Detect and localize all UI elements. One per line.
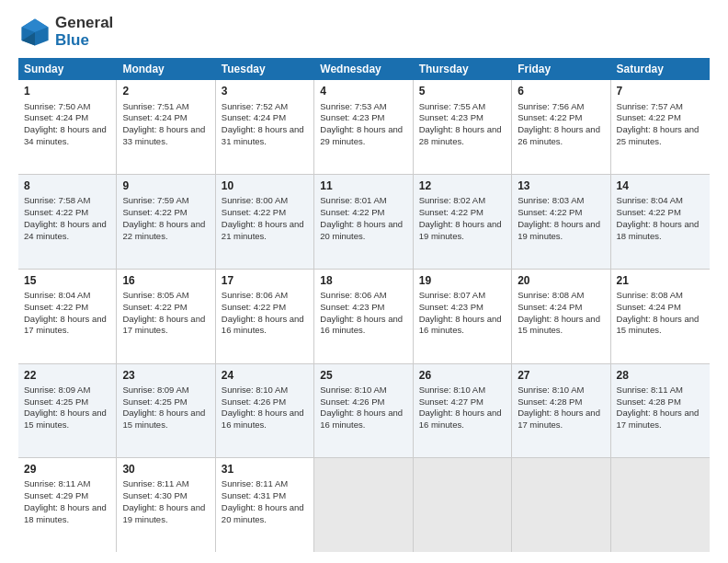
daylight-text: Daylight: 8 hours and 18 minutes.: [24, 502, 107, 524]
day-cell-25: 25Sunrise: 8:10 AMSunset: 4:26 PMDayligh…: [314, 364, 413, 458]
sunrise-text: Sunrise: 8:09 AM: [122, 385, 188, 395]
day-cell-20: 20Sunrise: 8:08 AMSunset: 4:24 PMDayligh…: [512, 270, 610, 363]
sunset-text: Sunset: 4:22 PM: [24, 207, 88, 217]
sunrise-text: Sunrise: 8:05 AM: [122, 290, 188, 300]
day-cell-21: 21Sunrise: 8:08 AMSunset: 4:24 PMDayligh…: [611, 270, 710, 363]
day-cell-19: 19Sunrise: 8:07 AMSunset: 4:23 PMDayligh…: [414, 270, 512, 363]
day-number: 28: [617, 368, 704, 383]
day-cell-6: 6Sunrise: 7:56 AMSunset: 4:22 PMDaylight…: [512, 80, 610, 174]
empty-cell-w4c4: [414, 458, 512, 552]
day-cell-27: 27Sunrise: 8:10 AMSunset: 4:28 PMDayligh…: [512, 364, 610, 458]
sunrise-text: Sunrise: 8:04 AM: [24, 290, 90, 300]
sunset-text: Sunset: 4:28 PM: [518, 396, 582, 407]
sunrise-text: Sunrise: 8:10 AM: [419, 385, 485, 395]
day-cell-30: 30Sunrise: 8:11 AMSunset: 4:30 PMDayligh…: [117, 458, 215, 552]
sunrise-text: Sunrise: 8:00 AM: [222, 195, 288, 205]
day-number: 12: [419, 178, 506, 193]
day-cell-15: 15Sunrise: 8:04 AMSunset: 4:22 PMDayligh…: [18, 270, 117, 363]
daylight-text: Daylight: 8 hours and 26 minutes.: [518, 124, 600, 146]
sunrise-text: Sunrise: 7:57 AM: [617, 101, 683, 111]
daylight-text: Daylight: 8 hours and 34 minutes.: [24, 124, 107, 146]
daylight-text: Daylight: 8 hours and 24 minutes.: [24, 219, 107, 241]
sunset-text: Sunset: 4:24 PM: [122, 112, 187, 122]
day-of-week-monday: Monday: [117, 58, 215, 80]
daylight-text: Daylight: 8 hours and 17 minutes.: [122, 314, 205, 336]
day-number: 6: [518, 84, 604, 98]
day-cell-3: 3Sunrise: 7:52 AMSunset: 4:24 PMDaylight…: [216, 80, 314, 174]
day-number: 21: [617, 273, 704, 288]
sunrise-text: Sunrise: 8:06 AM: [222, 290, 288, 300]
sunrise-text: Sunrise: 8:03 AM: [518, 195, 584, 205]
daylight-text: Daylight: 8 hours and 19 minutes.: [518, 219, 600, 241]
sunrise-text: Sunrise: 8:09 AM: [24, 385, 90, 395]
day-cell-5: 5Sunrise: 7:55 AMSunset: 4:23 PMDaylight…: [414, 80, 512, 174]
sunset-text: Sunset: 4:24 PM: [24, 112, 88, 122]
day-number: 14: [617, 178, 704, 193]
daylight-text: Daylight: 8 hours and 20 minutes.: [320, 219, 403, 241]
day-number: 16: [122, 273, 209, 288]
sunset-text: Sunset: 4:22 PM: [122, 302, 187, 312]
day-number: 15: [24, 273, 110, 288]
sunset-text: Sunset: 4:22 PM: [518, 112, 582, 122]
day-cell-4: 4Sunrise: 7:53 AMSunset: 4:23 PMDaylight…: [314, 80, 413, 174]
sunrise-text: Sunrise: 7:55 AM: [419, 101, 485, 111]
sunrise-text: Sunrise: 7:59 AM: [122, 195, 188, 205]
day-of-week-friday: Friday: [512, 58, 610, 80]
sunrise-text: Sunrise: 8:04 AM: [617, 195, 683, 205]
day-number: 2: [122, 84, 209, 98]
day-number: 22: [24, 368, 110, 383]
sunset-text: Sunset: 4:25 PM: [122, 396, 187, 407]
day-number: 4: [320, 84, 406, 98]
sunrise-text: Sunrise: 8:08 AM: [617, 290, 683, 300]
daylight-text: Daylight: 8 hours and 33 minutes.: [122, 124, 205, 146]
day-of-week-tuesday: Tuesday: [216, 58, 314, 80]
daylight-text: Daylight: 8 hours and 19 minutes.: [122, 502, 205, 524]
week-row-4: 22Sunrise: 8:09 AMSunset: 4:25 PMDayligh…: [18, 364, 710, 459]
day-cell-14: 14Sunrise: 8:04 AMSunset: 4:22 PMDayligh…: [611, 175, 710, 269]
day-number: 26: [419, 368, 506, 383]
sunset-text: Sunset: 4:29 PM: [24, 490, 88, 500]
day-of-week-saturday: Saturday: [611, 58, 710, 80]
daylight-text: Daylight: 8 hours and 21 minutes.: [222, 219, 304, 241]
day-number: 1: [24, 84, 110, 98]
sunset-text: Sunset: 4:26 PM: [222, 396, 286, 407]
day-cell-13: 13Sunrise: 8:03 AMSunset: 4:22 PMDayligh…: [512, 175, 610, 269]
sunset-text: Sunset: 4:27 PM: [419, 396, 483, 407]
daylight-text: Daylight: 8 hours and 17 minutes.: [518, 408, 600, 430]
daylight-text: Daylight: 8 hours and 31 minutes.: [222, 124, 304, 146]
daylight-text: Daylight: 8 hours and 15 minutes.: [518, 314, 600, 336]
daylight-text: Daylight: 8 hours and 15 minutes.: [617, 314, 700, 336]
day-number: 9: [122, 178, 209, 193]
sunrise-text: Sunrise: 7:53 AM: [320, 101, 386, 111]
daylight-text: Daylight: 8 hours and 15 minutes.: [122, 408, 205, 430]
empty-cell-w4c5: [512, 458, 610, 552]
sunset-text: Sunset: 4:22 PM: [320, 207, 384, 217]
day-cell-2: 2Sunrise: 7:51 AMSunset: 4:24 PMDaylight…: [117, 80, 215, 174]
sunset-text: Sunset: 4:22 PM: [222, 302, 286, 312]
sunrise-text: Sunrise: 8:11 AM: [24, 478, 90, 488]
day-cell-24: 24Sunrise: 8:10 AMSunset: 4:26 PMDayligh…: [216, 364, 314, 458]
sunset-text: Sunset: 4:28 PM: [617, 396, 681, 407]
day-cell-16: 16Sunrise: 8:05 AMSunset: 4:22 PMDayligh…: [117, 270, 215, 363]
sunrise-text: Sunrise: 7:52 AM: [222, 101, 288, 111]
daylight-text: Daylight: 8 hours and 15 minutes.: [24, 408, 107, 430]
empty-cell-w4c3: [314, 458, 413, 552]
sunrise-text: Sunrise: 7:56 AM: [518, 101, 584, 111]
daylight-text: Daylight: 8 hours and 17 minutes.: [24, 314, 107, 336]
day-number: 18: [320, 273, 406, 288]
header: General Blue: [18, 15, 710, 49]
logo: General Blue: [18, 15, 113, 49]
sunrise-text: Sunrise: 8:07 AM: [419, 290, 485, 300]
sunset-text: Sunset: 4:22 PM: [122, 207, 187, 217]
day-cell-23: 23Sunrise: 8:09 AMSunset: 4:25 PMDayligh…: [117, 364, 215, 458]
sunrise-text: Sunrise: 8:08 AM: [518, 290, 584, 300]
day-number: 10: [222, 178, 308, 193]
sunrise-text: Sunrise: 8:02 AM: [419, 195, 485, 205]
day-number: 24: [222, 368, 308, 383]
sunrise-text: Sunrise: 7:51 AM: [122, 101, 188, 111]
sunset-text: Sunset: 4:23 PM: [419, 112, 483, 122]
daylight-text: Daylight: 8 hours and 25 minutes.: [617, 124, 700, 146]
day-number: 25: [320, 368, 406, 383]
sunset-text: Sunset: 4:24 PM: [518, 302, 582, 312]
sunset-text: Sunset: 4:22 PM: [617, 112, 681, 122]
